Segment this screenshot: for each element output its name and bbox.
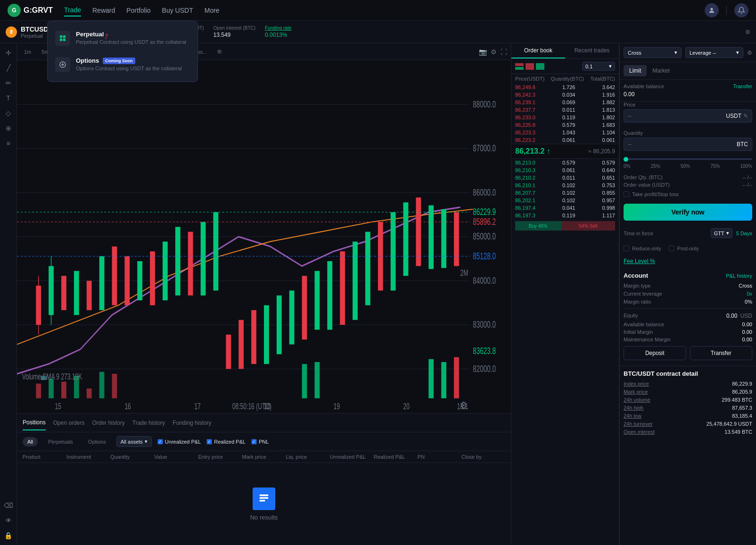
tab-trade-history[interactable]: Trade history xyxy=(132,416,165,430)
svg-rect-44 xyxy=(391,212,396,290)
nav-item-portfolio[interactable]: Portfolio xyxy=(126,5,150,16)
price-edit-icon[interactable]: ✎ xyxy=(743,113,748,119)
price-input[interactable]: -- USDT ✎ xyxy=(624,109,752,123)
screenshot-icon[interactable]: 📷 xyxy=(479,48,487,56)
ob-layout-3[interactable] xyxy=(536,63,544,70)
leverage-select[interactable]: Leverage -- ▾ xyxy=(685,47,743,58)
tif-select[interactable]: GTT ▾ xyxy=(711,228,732,238)
tab-order-history[interactable]: Order history xyxy=(92,416,124,430)
deposit-button[interactable]: Deposit xyxy=(624,346,686,360)
realized-pnl-checkbox[interactable]: ✓ Realized P&L xyxy=(206,439,246,445)
transfer-link[interactable]: Transfer xyxy=(733,83,752,89)
fullscreen-icon[interactable]: ⛶ xyxy=(501,48,507,56)
filter-options[interactable]: Options xyxy=(83,437,111,446)
index-price-label[interactable]: Index price xyxy=(624,381,649,387)
post-only-checkbox[interactable] xyxy=(669,246,674,251)
buy-order-1[interactable]: 86,213.0 0.579 0.579 xyxy=(511,159,619,166)
oi-contract-label[interactable]: Open interest xyxy=(624,429,655,435)
buy-order-4[interactable]: 86,210.1 0.102 0.753 xyxy=(511,182,619,189)
mark-price-label[interactable]: Mark price xyxy=(624,389,648,395)
oi-value: 13.549 xyxy=(214,32,255,38)
ob-header-price: Price(USDT) xyxy=(515,76,544,82)
ob-layout-2[interactable] xyxy=(526,63,534,70)
tab-open-orders[interactable]: Open orders xyxy=(53,416,85,430)
pencil-icon[interactable]: ✏ xyxy=(3,77,14,89)
unrealized-pnl-checkbox[interactable]: ✓ Unrealized P&L xyxy=(157,439,201,445)
sell-order-5[interactable]: 86,233.0 0.119 1.802 xyxy=(511,114,619,121)
ob-layout-1[interactable] xyxy=(515,63,524,70)
user-avatar[interactable] xyxy=(705,3,719,17)
crosshair-icon[interactable]: ✛ xyxy=(3,47,14,58)
eraser-icon[interactable]: ⌫ xyxy=(3,500,14,511)
buy-order-5[interactable]: 86,207.7 0.102 0.855 xyxy=(511,189,619,197)
dropdown-perpetual[interactable]: Perpetual Perpetual Contract using USDT … xyxy=(48,25,197,51)
sell-order-4[interactable]: 86,237.7 0.011 1.813 xyxy=(511,106,619,114)
sell-order-2[interactable]: 86,242.3 0.034 1.916 xyxy=(511,91,619,99)
sell-order-8[interactable]: 86,223.2 0.061 0.061 xyxy=(511,136,619,144)
filter-all[interactable]: All xyxy=(23,437,38,446)
settings-chart-icon[interactable]: ⚙ xyxy=(491,48,497,56)
asset-select[interactable]: All assets ▾ xyxy=(116,436,152,447)
sell-order-3[interactable]: 86,239.1 0.069 1.882 xyxy=(511,99,619,106)
quantity-slider[interactable] xyxy=(624,158,752,160)
qty-input[interactable]: 0.1 ▾ xyxy=(582,62,615,71)
pct-0[interactable]: 0% xyxy=(624,164,630,169)
tab-positions[interactable]: Positions xyxy=(23,415,46,430)
tab-market[interactable]: Market xyxy=(647,65,675,76)
layers-icon[interactable]: ≡ xyxy=(3,138,14,149)
tab-limit[interactable]: Limit xyxy=(624,65,647,76)
pnl-checkbox[interactable]: ✓ PNL xyxy=(251,439,269,445)
buy-order-3[interactable]: 86,210.2 0.011 0.651 xyxy=(511,174,619,182)
dropdown-options[interactable]: Options Coming Soon Options Contract usi… xyxy=(48,51,197,78)
tab-order-book[interactable]: Order book xyxy=(511,43,565,58)
tab-funding-history[interactable]: Funding history xyxy=(173,416,211,430)
pct-25[interactable]: 25% xyxy=(651,164,660,169)
fee-link[interactable]: Fee Level % xyxy=(624,258,655,264)
app-logo[interactable]: G G:GRVT xyxy=(8,4,53,17)
ticker-settings-icon[interactable]: ⚙ xyxy=(745,29,750,35)
tf-1m[interactable]: 1m xyxy=(21,48,34,56)
filter-perpetuals[interactable]: Perpetuals xyxy=(43,437,78,446)
chart-expand-btn[interactable]: ⊞ xyxy=(214,47,225,56)
nav-item-buy-usdt[interactable]: Buy USDT xyxy=(162,5,193,16)
turnover-24h-label[interactable]: 24h turnover xyxy=(624,421,653,427)
reduce-only-checkbox[interactable] xyxy=(624,246,629,251)
pct-50[interactable]: 50% xyxy=(681,164,690,169)
volume-24h-label[interactable]: 24h volume xyxy=(624,397,650,403)
notification-icon[interactable] xyxy=(734,3,748,17)
buy-order-6[interactable]: 86,202.1 0.102 0.957 xyxy=(511,197,619,204)
nav-item-more[interactable]: More xyxy=(205,5,220,16)
pct-100[interactable]: 100% xyxy=(740,164,752,169)
text-icon[interactable]: T xyxy=(3,92,14,104)
sell-order-6[interactable]: 86,225.8 0.579 1.683 xyxy=(511,121,619,129)
transfer-button[interactable]: Transfer xyxy=(690,346,753,360)
sell-qty-7: 1.043 xyxy=(562,130,575,135)
high-24h-contract-label[interactable]: 24h high xyxy=(624,405,643,411)
eye-icon[interactable]: 👁 xyxy=(3,515,14,526)
order-value-row: Order value (USDT) -- /-- xyxy=(624,182,752,188)
order-form-settings-icon[interactable]: ⚙ xyxy=(747,50,752,56)
buy-order-8[interactable]: 86,197.3 0.119 1.117 xyxy=(511,212,619,219)
lock-icon[interactable]: 🔒 xyxy=(3,530,14,541)
svg-text:82000.0: 82000.0 xyxy=(473,363,496,374)
tp-sl-checkbox[interactable] xyxy=(624,191,629,197)
days-label[interactable]: 5 Days xyxy=(736,231,752,236)
tab-recent-trades[interactable]: Recent trades xyxy=(565,43,619,58)
sell-order-7[interactable]: 86,223.3 1.043 1.104 xyxy=(511,129,619,136)
slider-thumb[interactable] xyxy=(624,157,628,162)
low-24h-contract-label[interactable]: 24h low xyxy=(624,413,641,419)
verify-now-button[interactable]: Verify now xyxy=(624,204,752,221)
buy-order-2[interactable]: 86,210.3 0.061 0.640 xyxy=(511,166,619,174)
nav-item-reward[interactable]: Reward xyxy=(92,5,115,16)
line-icon[interactable]: ╱ xyxy=(3,62,14,74)
nav-item-trade[interactable]: Trade xyxy=(64,4,81,17)
margin-type-select[interactable]: Cross ▾ xyxy=(624,47,682,58)
pnl-history-link[interactable]: P&L history xyxy=(726,273,752,279)
magnet-icon[interactable]: ⊕ xyxy=(3,123,14,134)
sell-order-1[interactable]: 86,249.8 1.726 3.642 xyxy=(511,83,619,91)
buy-order-7[interactable]: 86,197.4 0.041 0.998 xyxy=(511,204,619,212)
shape-icon[interactable]: ◇ xyxy=(3,107,14,119)
high-24h-contract-row: 24h high 87,657.3 xyxy=(624,405,752,411)
quantity-input[interactable]: -- BTC xyxy=(624,138,752,151)
pct-75[interactable]: 75% xyxy=(710,164,720,169)
